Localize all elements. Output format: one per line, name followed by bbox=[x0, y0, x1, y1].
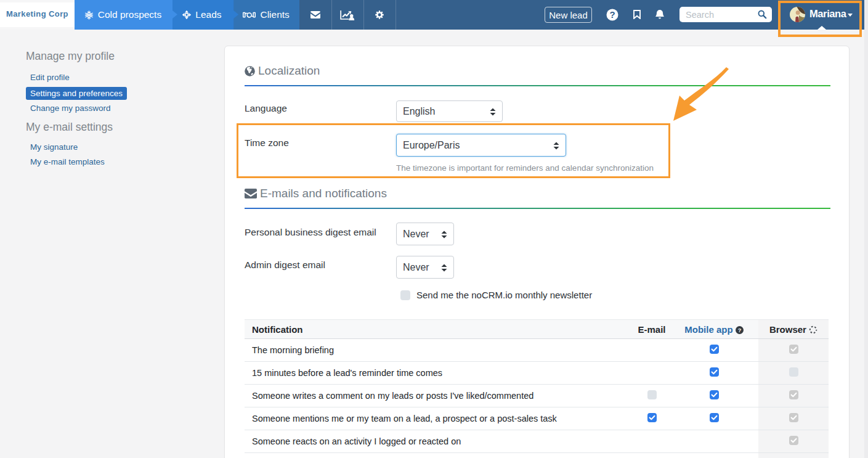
svg-text:?: ? bbox=[737, 327, 741, 333]
svg-text:?: ? bbox=[609, 9, 615, 20]
